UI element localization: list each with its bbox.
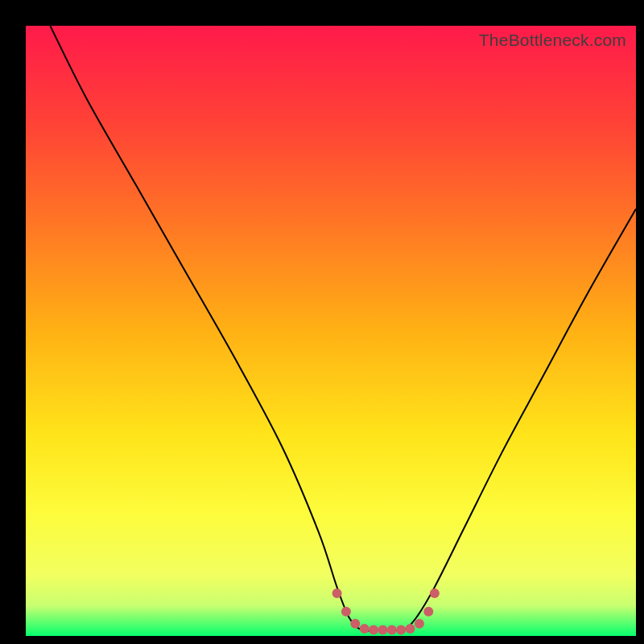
curve-svg — [26, 26, 636, 636]
accent-dot — [387, 625, 397, 634]
accent-dot — [332, 588, 342, 598]
accent-dot — [430, 588, 440, 598]
chart-stage: TheBottleneck.com — [0, 0, 644, 644]
accent-dot — [415, 619, 424, 629]
accent-dot — [360, 624, 369, 634]
accent-dot — [341, 607, 351, 617]
plot-area: TheBottleneck.com — [26, 26, 636, 636]
accent-dot — [423, 607, 433, 617]
accent-dot — [369, 625, 378, 634]
accent-dot — [406, 624, 415, 634]
accent-dot — [350, 619, 360, 629]
accent-dot — [378, 625, 387, 634]
accent-dot — [396, 625, 406, 634]
accent-dots — [332, 588, 440, 634]
bottleneck-curve — [50, 26, 636, 631]
